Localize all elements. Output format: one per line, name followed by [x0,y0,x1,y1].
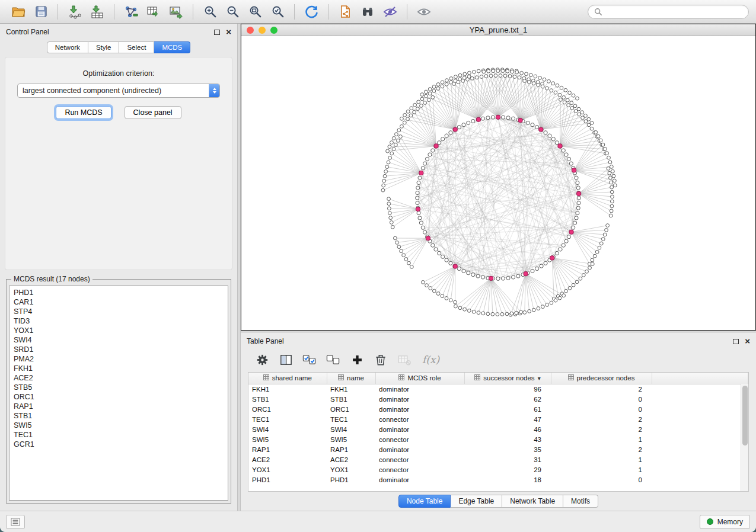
table-row[interactable]: PHD1PHD1dominator180 [248,475,748,485]
float-table-panel-icon[interactable] [733,339,739,344]
cell-shared-name: FKH1 [248,384,327,394]
show-all-button[interactable] [414,3,434,21]
tab-network[interactable]: Network [47,41,88,53]
cell-filler [652,475,748,485]
open-file-button[interactable] [8,3,28,21]
column-management-button[interactable] [275,351,296,368]
tab-network-table[interactable]: Network Table [502,495,563,508]
tab-edge-table[interactable]: Edge Table [451,495,502,508]
cell-predecessor-nodes: 2 [551,444,652,454]
column-header-predecessor-nodes[interactable]: predecessor nodes [551,373,652,384]
deselect-all-rows-button[interactable] [323,351,344,368]
table-row[interactable]: SWI4SWI4dominator462 [248,424,748,434]
cell-predecessor-nodes: 2 [551,384,652,394]
cell-mcds-role: dominator [375,394,464,404]
search-input[interactable] [606,8,742,16]
mcds-result-item[interactable]: STP4 [14,307,228,316]
zoom-selected-button[interactable] [267,3,288,21]
mcds-result-item[interactable]: STB5 [14,383,228,392]
close-panel-icon[interactable]: × [226,29,231,35]
cell-successor-nodes: 29 [464,464,551,475]
table-row[interactable]: ACE2ACE2connector311 [248,454,748,464]
cell-successor-nodes: 35 [464,444,551,454]
zoom-fit-button[interactable] [245,3,265,21]
run-mcds-button[interactable]: Run MCDS [56,106,111,119]
network-title: YPA_prune.txt_1 [470,25,527,34]
mcds-result-item[interactable]: SRD1 [14,345,228,354]
column-header-successor-nodes[interactable]: successor nodes▾ [464,373,551,384]
cell-mcds-role: dominator [375,444,464,454]
mcds-result-item[interactable]: CAR1 [14,297,228,307]
network-canvas[interactable] [241,36,755,330]
column-header-shared-name[interactable]: shared name [248,373,327,384]
hide-selected-button[interactable] [380,3,400,21]
table-row[interactable]: ORC1ORC1dominator610 [248,404,748,414]
add-column-icon [351,354,363,366]
cell-shared-name: SWI5 [248,434,327,444]
mcds-result-item[interactable]: ORC1 [14,392,228,402]
table-row[interactable]: SWI5SWI5connector431 [248,434,748,444]
delete-table-disabled-button[interactable] [394,351,415,368]
mcds-result-item[interactable]: ACE2 [14,373,228,383]
column-header-name[interactable]: name [327,373,375,384]
toolbar-separator [114,4,114,20]
refresh-layout-button[interactable] [301,3,321,21]
select-all-rows-button[interactable] [299,351,320,368]
new-network-button[interactable] [121,3,141,21]
table-row[interactable]: RAP1RAP1dominator352 [248,444,748,454]
delete-columns-button[interactable] [370,351,391,368]
zoom-out-button[interactable] [222,3,243,21]
export-image-button[interactable] [166,3,186,21]
close-mcds-panel-button[interactable]: Close panel [125,106,181,119]
network-titlebar[interactable]: YPA_prune.txt_1 [241,24,755,36]
close-table-panel-icon[interactable]: × [745,338,750,344]
table-row[interactable]: TEC1TEC1connector472 [248,414,748,424]
table-row[interactable]: FKH1FKH1dominator962 [248,384,748,394]
mcds-result-item[interactable]: PMA2 [14,354,228,364]
table-row[interactable]: YOX1YOX1connector291 [248,464,748,475]
maximize-window-button[interactable] [270,27,277,34]
mcds-result-item[interactable]: FKH1 [14,364,228,373]
mcds-result-item[interactable]: GCR1 [14,440,228,449]
tab-select[interactable]: Select [119,41,154,53]
zoom-in-button[interactable] [200,3,220,21]
settings-gear-button[interactable] [251,351,273,368]
function-builder-button[interactable]: f(x) [422,354,439,366]
cell-mcds-role: dominator [375,404,464,414]
table-row[interactable]: STB1STB1dominator620 [248,394,748,404]
criterion-dropdown[interactable]: largest connected component (undirected) [17,84,220,98]
mcds-result-item[interactable]: STB1 [14,411,228,421]
mcds-result-item[interactable]: SWI4 [14,335,228,345]
mcds-buttons-row: Run MCDS Close panel [5,106,232,119]
import-table-button[interactable] [87,3,107,21]
import-network-button[interactable] [65,3,85,21]
close-window-button[interactable] [247,27,254,34]
save-session-button[interactable] [31,3,51,21]
mcds-result-item[interactable]: YOX1 [14,326,228,335]
export-table-button[interactable] [143,3,164,21]
toggle-panel-button[interactable] [6,515,25,529]
tab-motifs[interactable]: Motifs [563,495,598,508]
right-area: YPA_prune.txt_1 Table Panel × f(x) [241,24,756,511]
cell-shared-name: ORC1 [248,404,327,414]
tab-mcds[interactable]: MCDS [154,41,190,53]
mcds-result-item[interactable]: TID3 [14,316,228,326]
table-scrollbar[interactable] [741,384,748,491]
hide-selected-icon [383,5,397,19]
search-network-button[interactable] [358,3,378,21]
minimize-window-button[interactable] [259,27,266,34]
column-header-MCDS-role[interactable]: MCDS role [375,373,464,384]
share-document-button[interactable] [335,3,355,21]
tab-node-table[interactable]: Node Table [398,495,451,508]
tab-style[interactable]: Style [88,41,120,53]
memory-button[interactable]: Memory [700,515,750,529]
add-column-button[interactable] [346,351,368,368]
float-panel-icon[interactable] [214,30,220,35]
scrollbar-thumb[interactable] [742,386,748,446]
mcds-result-item[interactable]: SWI5 [14,421,228,430]
mcds-result-item[interactable]: RAP1 [14,402,228,411]
mcds-result-item[interactable]: TEC1 [14,430,228,440]
mcds-result-item[interactable]: PHD1 [14,288,228,297]
cell-mcds-role: connector [375,434,464,444]
dropdown-arrows-icon [209,84,219,97]
